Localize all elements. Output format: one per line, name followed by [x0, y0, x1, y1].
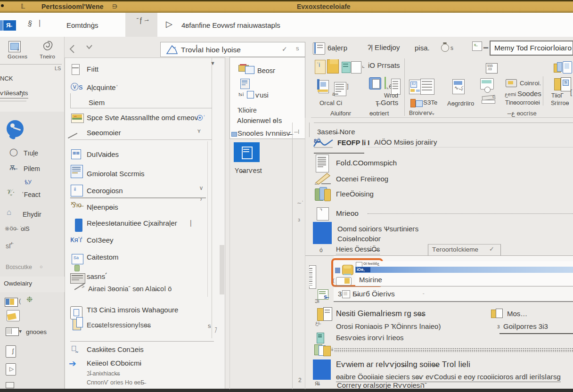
- svg-text:8Ӧ: 8Ӧ: [314, 138, 321, 144]
